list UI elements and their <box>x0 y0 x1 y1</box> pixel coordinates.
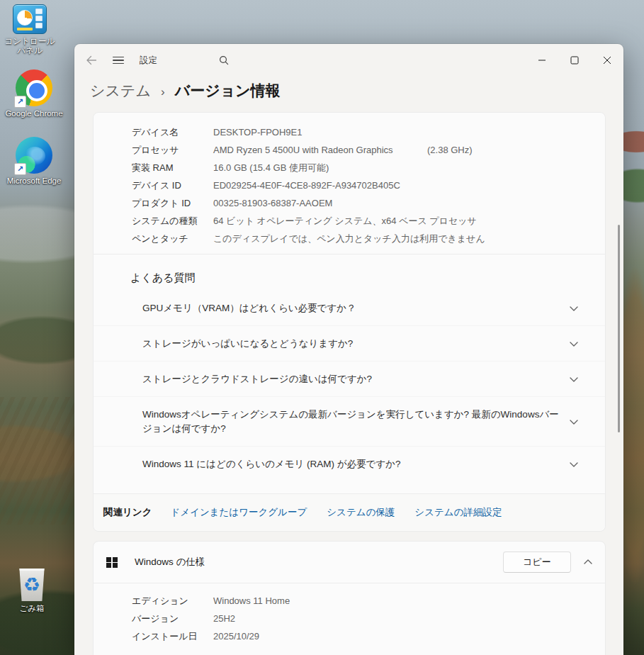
spec-value: 64 ビット オペレーティング システム、x64 ベース プロセッサ <box>213 215 477 228</box>
spec-label: デバイス名 <box>132 126 213 139</box>
copy-button[interactable]: コピー <box>503 552 571 573</box>
back-icon[interactable] <box>86 55 97 66</box>
related-links-bar: 関連リンク ドメインまたはワークグループ システムの保護 システムの詳細設定 <box>94 493 605 531</box>
spec-label: プロセッサ <box>132 144 213 157</box>
spec-label: バージョン <box>132 612 213 625</box>
link-system-protection[interactable]: システムの保護 <box>327 506 395 519</box>
windows-spec-card: Windows の仕様 コピー エディション Windows 11 Home バ… <box>93 541 606 655</box>
recycle-glyph: ♻ <box>18 569 46 601</box>
desktop-icon-control-panel[interactable]: コントロール パネル <box>0 4 60 55</box>
spec-label: システムの種類 <box>132 215 213 228</box>
node-glyph <box>35 9 43 14</box>
spec-label: インストール日 <box>132 630 213 643</box>
chevron-down-icon <box>568 303 580 316</box>
spec-value: 2025/10/29 <box>213 631 259 642</box>
bar-glyph <box>17 28 33 30</box>
minimize-button[interactable] <box>526 44 558 77</box>
desktop-screen: コントロール パネル ↗ Google Chrome ↗ Microsoft E… <box>0 0 644 655</box>
spec-row-product-id: プロダクト ID 00325-81903-68387-AAOEM <box>94 194 605 212</box>
windows-spec-header: Windows の仕様 コピー <box>94 542 605 583</box>
chrome-icon: ↗ <box>16 69 52 106</box>
faq-question: ストレージとクラウドストレージの違いは何ですか? <box>142 373 372 386</box>
search-icon[interactable] <box>218 55 230 66</box>
spec-label: ペンとタッチ <box>132 233 213 245</box>
chevron-down-icon <box>568 459 580 472</box>
spec-row-device-id: デバイス ID ED029254-4E0F-4CE8-892F-A934702B… <box>94 177 605 194</box>
spec-row-system-type: システムの種類 64 ビット オペレーティング システム、x64 ベース プロセ… <box>94 212 605 230</box>
breadcrumb: システム › バージョン情報 <box>74 77 623 101</box>
pie-chart-glyph <box>17 10 33 26</box>
faq-item-ram-requirement[interactable]: Windows 11 にはどのくらいのメモリ (RAM) が必要ですか? <box>94 447 605 481</box>
device-specs-list: デバイス名 DESKTOP-FPOH9E1 プロセッサ AMD Ryzen 5 … <box>94 113 605 254</box>
app-title: 設定 <box>140 55 157 67</box>
settings-window: 設定 システム › バージョン情報 <box>74 44 623 655</box>
spec-value: ED029254-4E0F-4CE8-892F-A934702B405C <box>213 180 400 191</box>
desktop-icon-chrome[interactable]: ↗ Google Chrome <box>4 69 64 118</box>
hamburger-menu-icon[interactable] <box>113 57 124 65</box>
breadcrumb-system[interactable]: システム <box>90 81 151 101</box>
faq-question: Windows 11 にはどのくらいのメモリ (RAM) が必要ですか? <box>142 458 401 471</box>
windows-spec-list: エディション Windows 11 Home バージョン 25H2 インストール… <box>94 583 605 651</box>
edge-icon: ↗ <box>16 137 52 174</box>
desktop-icon-edge[interactable]: ↗ Microsoft Edge <box>4 137 64 186</box>
node-glyph <box>35 16 43 21</box>
spec-label: プロダクト ID <box>132 197 213 210</box>
recycle-bin-icon: ♻ <box>18 569 46 601</box>
close-button[interactable] <box>591 44 623 77</box>
faq-item-vram[interactable]: GPUメモリ（VRAM）はどれくらい必要ですか？ <box>94 291 605 326</box>
faq-question: GPUメモリ（VRAM）はどれくらい必要ですか？ <box>142 302 356 315</box>
spec-label: エディション <box>132 595 213 608</box>
faq-question: ストレージがいっぱいになるとどうなりますか? <box>142 337 353 350</box>
desktop-icon-recycle-bin[interactable]: ♻ ごみ箱 <box>2 569 62 613</box>
spec-row-processor: プロセッサ AMD Ryzen 5 4500U with Radeon Grap… <box>94 141 605 159</box>
title-bar: 設定 <box>74 44 623 77</box>
faq-item-storage-full[interactable]: ストレージがいっぱいになるとどうなりますか? <box>94 326 605 362</box>
spec-row-ram: 実装 RAM 16.0 GB (15.4 GB 使用可能) <box>94 159 605 177</box>
spec-value: このディスプレイでは、ペン入力とタッチ入力は利用できません <box>213 233 485 245</box>
shortcut-arrow-icon: ↗ <box>14 163 26 175</box>
spec-label: デバイス ID <box>132 179 213 192</box>
spec-row-pen-touch: ペンとタッチ このディスプレイでは、ペン入力とタッチ入力は利用できません <box>94 230 605 247</box>
link-domain-workgroup[interactable]: ドメインまたはワークグループ <box>170 506 307 519</box>
node-glyph <box>35 23 43 28</box>
page-title: バージョン情報 <box>175 81 281 101</box>
desktop-icon-label: ごみ箱 <box>2 604 62 613</box>
maximize-button[interactable] <box>558 44 591 77</box>
faq-question: Windowsオペレーティングシステムの最新バージョンを実行していますか? 最新… <box>142 408 563 436</box>
spec-value: DESKTOP-FPOH9E1 <box>213 127 302 138</box>
windows-spec-title: Windows の仕様 <box>135 556 205 569</box>
desktop-icon-label: Microsoft Edge <box>4 177 64 186</box>
link-advanced-system-settings[interactable]: システムの詳細設定 <box>414 506 502 519</box>
spec-label: 実装 RAM <box>132 162 213 174</box>
device-specifications-card: デバイス名 DESKTOP-FPOH9E1 プロセッサ AMD Ryzen 5 … <box>93 112 606 532</box>
spec-value: Windows 11 Home <box>213 595 290 606</box>
caption-buttons <box>526 44 623 77</box>
windows-logo-icon <box>106 557 117 568</box>
faq-title: よくある質問 <box>94 271 605 285</box>
chevron-down-icon <box>568 374 580 387</box>
spec-row-install-date: インストール日 2025/10/29 <box>94 627 605 645</box>
faq-section: よくある質問 GPUメモリ（VRAM）はどれくらい必要ですか？ ストレージがいっ… <box>94 254 605 488</box>
faq-item-latest-version[interactable]: Windowsオペレーティングシステムの最新バージョンを実行していますか? 最新… <box>94 397 605 447</box>
shortcut-arrow-icon: ↗ <box>14 96 26 108</box>
vertical-scrollbar-thumb[interactable] <box>618 225 620 432</box>
spec-value: 16.0 GB (15.4 GB 使用可能) <box>213 162 329 174</box>
spec-row-device-name: デバイス名 DESKTOP-FPOH9E1 <box>94 123 605 141</box>
spec-value: AMD Ryzen 5 4500U with Radeon Graphics <box>213 145 393 155</box>
spec-value-clock: (2.38 GHz) <box>427 145 473 155</box>
faq-item-cloud-storage[interactable]: ストレージとクラウドストレージの違いは何ですか? <box>94 362 605 397</box>
control-panel-icon <box>13 4 47 34</box>
spec-value: 00325-81903-68387-AAOEM <box>213 198 332 208</box>
spec-row-edition: エディション Windows 11 Home <box>94 592 605 610</box>
desktop-icon-label: コントロール パネル <box>0 37 60 55</box>
chevron-down-icon <box>568 416 580 432</box>
settings-content: デバイス名 DESKTOP-FPOH9E1 プロセッサ AMD Ryzen 5 … <box>74 110 623 655</box>
related-links-title: 関連リンク <box>103 506 152 519</box>
desktop-icon-label: Google Chrome <box>4 109 64 118</box>
chevron-down-icon <box>568 338 580 352</box>
spec-value: 25H2 <box>213 613 235 624</box>
spec-row-version: バージョン 25H2 <box>94 610 605 627</box>
chevron-up-icon[interactable] <box>582 556 594 568</box>
breadcrumb-separator-icon: › <box>161 85 165 99</box>
